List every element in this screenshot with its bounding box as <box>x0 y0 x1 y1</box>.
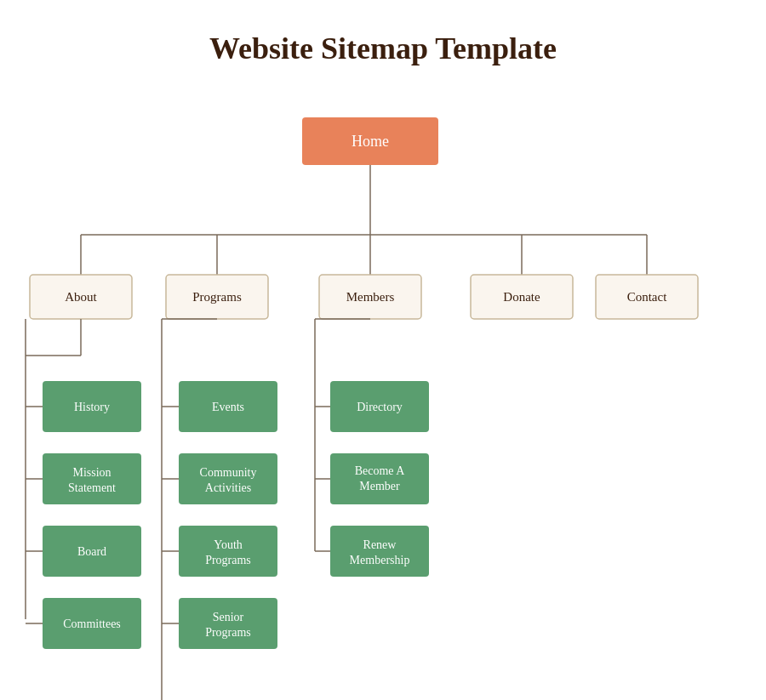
senior-programs-node[interactable]: Senior Programs <box>179 598 277 649</box>
committees-node[interactable]: Committees <box>43 598 141 649</box>
mission-statement-node[interactable]: Mission Statement <box>43 453 141 504</box>
community-activities-node[interactable]: Community Activities <box>179 453 277 504</box>
senior-label-2: Programs <box>205 626 251 639</box>
become-label-1: Become A <box>355 464 406 477</box>
page-title: Website Sitemap Template <box>0 0 766 92</box>
programs-node[interactable]: Programs <box>166 275 268 319</box>
renew-label-2: Membership <box>350 554 410 566</box>
svg-rect-16 <box>330 453 429 504</box>
svg-rect-8 <box>43 453 141 504</box>
home-label: Home <box>352 133 389 150</box>
renew-label-1: Renew <box>363 538 397 551</box>
home-node[interactable]: Home <box>302 117 438 165</box>
committees-label: Committees <box>63 617 121 630</box>
events-node[interactable]: Events <box>179 381 277 432</box>
renew-membership-node[interactable]: Renew Membership <box>330 526 429 577</box>
sitemap-container: Home About Programs <box>0 92 766 700</box>
about-node[interactable]: About <box>30 275 132 319</box>
donate-node[interactable]: Donate <box>471 275 573 319</box>
svg-rect-13 <box>179 526 277 577</box>
contact-label: Contact <box>627 290 667 304</box>
svg-rect-14 <box>179 598 277 649</box>
page-wrapper: Website Sitemap Template Home <box>0 0 766 700</box>
community-label-2: Activities <box>205 481 251 494</box>
sitemap-svg: Home About Programs <box>0 92 766 700</box>
become-member-node[interactable]: Become A Member <box>330 453 429 504</box>
about-label: About <box>65 290 97 304</box>
community-label-1: Community <box>200 466 257 479</box>
youth-label-1: Youth <box>214 538 243 551</box>
svg-rect-12 <box>179 453 277 504</box>
members-node[interactable]: Members <box>319 275 421 319</box>
mission-label-2: Statement <box>68 481 116 494</box>
youth-programs-node[interactable]: Youth Programs <box>179 526 277 577</box>
mission-label-1: Mission <box>72 466 111 479</box>
contact-node[interactable]: Contact <box>596 275 698 319</box>
board-label: Board <box>77 545 106 558</box>
programs-label: Programs <box>192 290 242 304</box>
history-label: History <box>74 401 110 413</box>
members-label: Members <box>346 290 395 304</box>
history-node[interactable]: History <box>43 381 141 432</box>
become-label-2: Member <box>359 480 400 492</box>
directory-node[interactable]: Directory <box>330 381 429 432</box>
board-node[interactable]: Board <box>43 526 141 577</box>
svg-rect-17 <box>330 526 429 577</box>
youth-label-2: Programs <box>205 554 251 566</box>
directory-label: Directory <box>357 401 403 413</box>
events-label: Events <box>212 401 244 413</box>
donate-label: Donate <box>503 290 540 304</box>
senior-label-1: Senior <box>213 611 244 623</box>
